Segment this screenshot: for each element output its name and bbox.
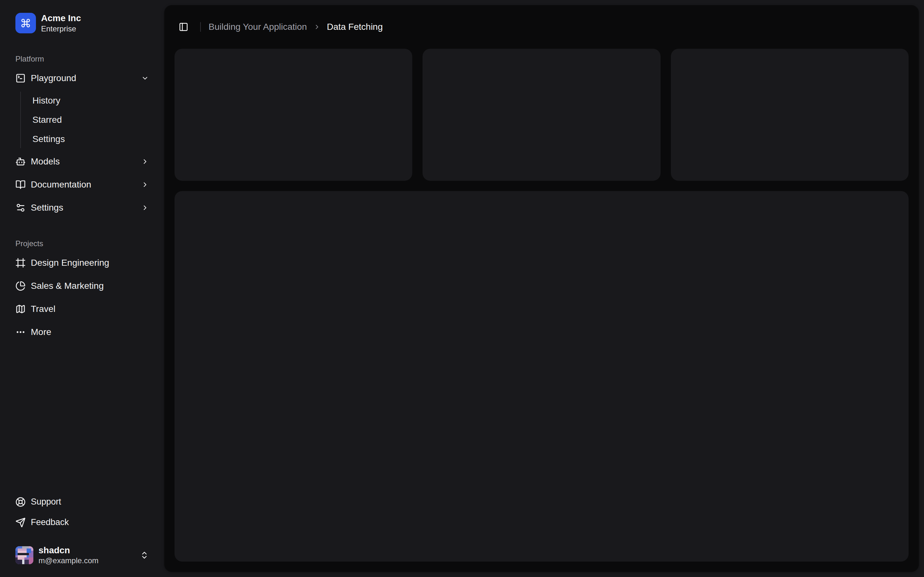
user-email: m@example.com — [39, 556, 135, 566]
book-open-icon — [15, 179, 26, 190]
breadcrumb: Building Your Application Data Fetching — [208, 22, 383, 32]
user-menu-button[interactable]: shadcn m@example.com — [10, 541, 154, 569]
ellipsis-icon — [15, 327, 26, 337]
chevron-down-icon — [141, 74, 149, 82]
sidebar-item-feedback[interactable]: Feedback — [10, 513, 154, 532]
sidebar-item-more[interactable]: More — [10, 322, 154, 342]
life-buoy-icon — [15, 497, 26, 507]
sidebar-toggle-button[interactable] — [174, 18, 192, 36]
placeholder-cards-row — [174, 49, 909, 181]
placeholder-card-2 — [423, 49, 660, 181]
main-panel: Building Your Application Data Fetching — [164, 5, 919, 572]
header-divider — [200, 22, 201, 32]
placeholder-card-1 — [174, 49, 412, 181]
frame-icon — [15, 258, 26, 268]
chevron-right-icon — [141, 158, 149, 165]
team-name: Acme Inc — [41, 13, 81, 24]
sidebar-group-label-projects: Projects — [10, 239, 154, 249]
send-icon — [15, 517, 26, 528]
chevron-right-icon — [141, 204, 149, 211]
sidebar-item-travel[interactable]: Travel — [10, 299, 154, 319]
main-content — [164, 49, 919, 572]
sidebar-spacer — [10, 345, 154, 492]
sidebar-subitem-starred[interactable]: Starred — [27, 111, 154, 129]
placeholder-card-large — [174, 191, 909, 562]
map-icon — [15, 304, 26, 314]
panel-left-icon — [179, 22, 188, 32]
chevron-right-icon — [141, 181, 149, 189]
breadcrumb-parent-link[interactable]: Building Your Application — [208, 22, 307, 32]
sidebar-item-playground[interactable]: Playground — [10, 68, 154, 89]
sidebar-menu-projects: Design Engineering Sales & Marketing Tra… — [10, 253, 154, 345]
sidebar-item-models[interactable]: Models — [10, 151, 154, 172]
sidebar: Acme Inc Enterprise Platform Playground … — [0, 0, 164, 577]
command-icon — [15, 13, 36, 33]
sidebar-item-support[interactable]: Support — [10, 492, 154, 512]
bot-icon — [15, 156, 26, 167]
chevron-right-icon — [313, 23, 320, 31]
avatar — [15, 546, 33, 564]
main-header: Building Your Application Data Fetching — [164, 5, 919, 49]
chevrons-up-down-icon — [140, 551, 149, 560]
sidebar-subitem-history[interactable]: History — [27, 92, 154, 110]
sidebar-item-documentation[interactable]: Documentation — [10, 174, 154, 195]
pie-chart-icon — [15, 281, 26, 291]
team-switcher-button[interactable]: Acme Inc Enterprise — [10, 10, 154, 36]
breadcrumb-current-page: Data Fetching — [327, 22, 383, 32]
placeholder-card-3 — [671, 49, 909, 181]
settings-icon — [15, 203, 26, 213]
sidebar-item-settings[interactable]: Settings — [10, 197, 154, 218]
sidebar-subitem-settings[interactable]: Settings — [27, 130, 154, 148]
sidebar-group-label-platform: Platform — [10, 54, 154, 64]
team-plan: Enterprise — [41, 24, 81, 34]
playground-submenu: History Starred Settings — [20, 92, 154, 148]
sidebar-item-sales-marketing[interactable]: Sales & Marketing — [10, 276, 154, 296]
square-terminal-icon — [15, 73, 26, 83]
user-name: shadcn — [39, 545, 135, 556]
sidebar-secondary-menu: Support Feedback — [10, 492, 154, 533]
sidebar-menu-platform: Playground History Starred Settings Mode… — [10, 68, 154, 221]
sidebar-item-design-engineering[interactable]: Design Engineering — [10, 253, 154, 273]
